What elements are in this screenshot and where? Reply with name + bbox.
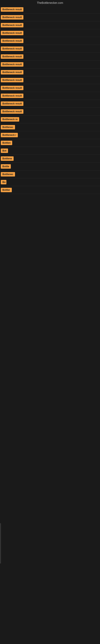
list-item[interactable]: Bottleneck re	[0, 116, 100, 123]
list-item[interactable]: Bottler	[0, 186, 100, 194]
list-item[interactable]: Bottleneck result	[0, 21, 100, 29]
bottleneck-badge: Bottleneck result	[1, 39, 23, 43]
bottleneck-badge: Bottlenec	[1, 125, 15, 130]
bottleneck-badge: Bottleneck r	[1, 133, 18, 137]
list-item[interactable]: Bottleneck result	[0, 76, 100, 84]
bottleneck-badge: Bottlenec	[1, 172, 15, 176]
list-item[interactable]: Bottlen	[0, 139, 100, 147]
list-item[interactable]: Bottleneck result	[0, 100, 100, 108]
vertical-line-decoration	[0, 523, 1, 564]
bottleneck-badge: Bottleneck result	[1, 62, 23, 66]
list-item[interactable]: Bottleneck result	[0, 60, 100, 68]
list-item[interactable]: Bottlene	[0, 155, 100, 162]
list-item[interactable]: Bottleneck result	[0, 45, 100, 53]
bottleneck-badge: Bot	[1, 148, 8, 153]
bottleneck-badge: Bottlen	[1, 141, 12, 145]
list-item[interactable]: Bottleneck result	[0, 6, 100, 14]
bottleneck-badge: Bottleneck result	[1, 109, 23, 114]
bottleneck-badge: Bottleneck result	[1, 23, 23, 27]
bottleneck-badge: Bottleneck result	[1, 70, 23, 74]
list-item[interactable]: Bottleneck result	[0, 37, 100, 45]
bottleneck-badge: Bottle	[1, 164, 11, 169]
site-title: TheBottlenecker.com	[0, 0, 100, 6]
bottleneck-badge: Bottleneck result	[1, 7, 23, 12]
bottleneck-badge: Bottleneck result	[1, 46, 23, 51]
bottleneck-badge: Bottlene	[1, 156, 14, 161]
bottleneck-badge: Bottleneck result	[1, 78, 23, 82]
bottleneck-badge: Bo	[1, 180, 6, 184]
bottleneck-badge: Bottleneck result	[1, 31, 23, 35]
list-item[interactable]: Bottleneck result	[0, 14, 100, 21]
list-item[interactable]: Bottleneck r	[0, 131, 100, 139]
list-item[interactable]: Bottleneck result	[0, 84, 100, 92]
list-item[interactable]: Bottleneck result	[0, 68, 100, 76]
site-title-text: TheBottlenecker.com	[37, 1, 63, 4]
list-item[interactable]: Bottleneck result	[0, 29, 100, 37]
list-item[interactable]: Bottleneck result	[0, 108, 100, 116]
bottleneck-badge: Bottleneck result	[1, 94, 23, 98]
list-item[interactable]: Bottleneck result	[0, 92, 100, 100]
bottleneck-badge: Bottleneck result	[1, 102, 23, 106]
bottleneck-badge: Bottler	[1, 188, 12, 192]
bottleneck-badge: Bottleneck result	[1, 15, 23, 20]
bottleneck-badge: Bottleneck result	[1, 86, 23, 90]
list-item[interactable]: Bottlenec	[0, 170, 100, 178]
bottleneck-badge: Bottleneck result	[1, 54, 23, 59]
list-item[interactable]: Bottle	[0, 162, 100, 170]
list-item[interactable]: Bottleneck result	[0, 53, 100, 60]
list-item[interactable]: Bot	[0, 147, 100, 155]
bottleneck-badge: Bottleneck re	[1, 117, 19, 122]
list-item[interactable]: Bo	[0, 178, 100, 186]
list-item[interactable]: Bottlenec	[0, 123, 100, 131]
